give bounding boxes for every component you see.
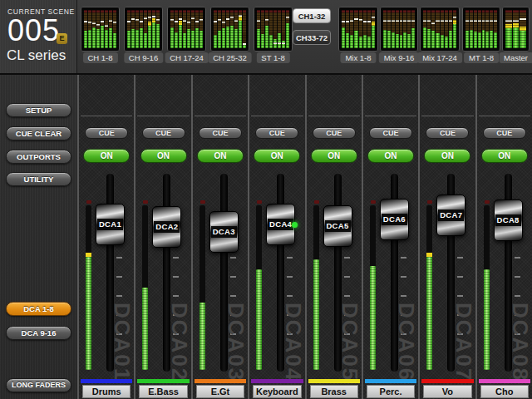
fader-position-dash: [88, 22, 91, 23]
on-button[interactable]: ON: [481, 149, 528, 163]
fader-knob[interactable]: DCA7: [436, 195, 466, 236]
strip-separator-line: [251, 116, 303, 116]
channel-name[interactable]: Perc.: [367, 385, 415, 398]
fader-position-dash: [396, 20, 399, 22]
meter-bar: [474, 10, 477, 48]
level-meter-fill: [426, 253, 432, 370]
meter-bar: [187, 10, 190, 48]
on-button[interactable]: ON: [367, 149, 414, 163]
fader-knob[interactable]: DCA2: [152, 206, 181, 248]
channel-strip-dca04: CUEONDCA04DCA4Keyboard: [248, 75, 304, 399]
cue-button[interactable]: CUE: [483, 127, 526, 139]
clip-indicator: [371, 200, 376, 204]
fader-knob[interactable]: DCA5: [323, 205, 352, 247]
level-meter-fill: [86, 253, 91, 370]
meter-bar: [453, 10, 456, 48]
sidebar-button-utility[interactable]: UTILITY: [6, 172, 71, 186]
channel-name[interactable]: E.Gt: [196, 385, 244, 398]
fader-scale-tick: [344, 276, 350, 278]
fader-position-dash: [466, 20, 469, 22]
meter-block-ch-9-16[interactable]: [124, 7, 163, 52]
meter-bar: [170, 10, 174, 48]
meter-bar: [350, 10, 353, 48]
fader-scale-tick: [344, 295, 350, 297]
fader-position-dash: [392, 20, 395, 22]
fader-position-dash: [490, 20, 493, 22]
on-button[interactable]: ON: [254, 149, 300, 163]
cue-button[interactable]: CUE: [142, 127, 185, 139]
cue-button[interactable]: CUE: [255, 127, 298, 139]
cue-button[interactable]: CUE: [369, 127, 412, 139]
channel-name[interactable]: Brass: [310, 385, 358, 398]
on-button[interactable]: ON: [424, 149, 470, 163]
selected-indicator-dot: [292, 222, 298, 228]
channel-color-bar: [308, 379, 360, 383]
channel-name[interactable]: Drums: [82, 385, 131, 398]
channel-name[interactable]: E.Bass: [139, 385, 187, 398]
channel-strip-dca06: CUEONDCA06DCA6Perc.: [362, 75, 418, 399]
meter-block-st-1-8[interactable]: [254, 7, 293, 52]
fader-knob[interactable]: DCA8: [494, 200, 523, 241]
bank-button-ch1-32[interactable]: CH1-32: [293, 8, 331, 23]
meter-block-mt-1-8[interactable]: [462, 7, 500, 52]
fader-position-dash: [152, 16, 155, 17]
meter-block-ch-25-32[interactable]: [210, 7, 249, 52]
meter-block-mix-17-24[interactable]: [420, 7, 460, 52]
sidebar-button-cue-clear[interactable]: CUE CLEAR: [6, 126, 71, 140]
meter-bar: [96, 10, 100, 48]
channel-strip-dca01: CUEONDCA01DCA1Drums: [77, 75, 134, 399]
sidebar-button-outports[interactable]: OUTPORTS: [6, 150, 71, 164]
level-meter: [370, 205, 376, 370]
fader-scale-tick: [173, 257, 179, 259]
on-button[interactable]: ON: [83, 149, 130, 163]
cue-button[interactable]: CUE: [313, 127, 356, 139]
channel-name[interactable]: Cho: [480, 385, 529, 398]
fader-scale-tick: [173, 295, 179, 297]
strip-separator-line: [365, 116, 416, 116]
fader-scale-tick: [457, 276, 463, 278]
fader-position-dash: [513, 20, 520, 22]
cue-button[interactable]: CUE: [199, 127, 242, 139]
level-meter: [426, 205, 432, 370]
channel-color-bar: [137, 379, 189, 383]
meter-block-mix-9-16[interactable]: [380, 7, 418, 52]
dca-bank-button-dca-9-16[interactable]: DCA 9-16: [6, 326, 71, 340]
fader-position-dash: [441, 20, 444, 22]
clip-indicator: [427, 200, 432, 204]
cue-button[interactable]: CUE: [426, 127, 469, 139]
meter-bar: [84, 10, 87, 48]
strip-separator-line: [421, 116, 473, 116]
fader-knob-label: DCA4: [268, 219, 293, 230]
meter-block-mix-1-8[interactable]: [338, 7, 378, 52]
fader-knob[interactable]: DCA4: [266, 204, 295, 245]
fader-knob[interactable]: DCA3: [209, 211, 239, 253]
sidebar-button-setup[interactable]: SETUP: [6, 103, 71, 117]
long-faders-button[interactable]: LONG FADERS: [6, 378, 71, 392]
level-meter-fill: [370, 266, 376, 370]
dca-bank-button-dca-1-8[interactable]: DCA 1-8: [6, 302, 71, 316]
fader-scale-tick: [116, 257, 122, 259]
fader-position-dash: [350, 20, 353, 22]
cue-button[interactable]: CUE: [85, 127, 128, 139]
channel-name[interactable]: Vo: [423, 385, 471, 398]
level-meter-fill: [256, 269, 262, 370]
channel-name[interactable]: Keyboard: [253, 385, 301, 398]
on-button[interactable]: ON: [140, 149, 187, 163]
meter-block-ch-17-24[interactable]: [167, 7, 206, 52]
fader-knob[interactable]: DCA1: [96, 204, 125, 245]
channel-color-bar: [479, 379, 530, 383]
on-button[interactable]: ON: [311, 149, 357, 163]
meter-bar: [239, 10, 242, 48]
meter-block-ch-1-8[interactable]: [81, 7, 120, 52]
meter-block-master[interactable]: [502, 7, 530, 52]
meter-bar: [222, 10, 225, 48]
scene-number: 005: [7, 13, 60, 48]
fader-scale-tick: [401, 295, 406, 297]
fader-position-dash: [449, 20, 452, 22]
fader-knob-label: DCA7: [438, 209, 464, 221]
on-button[interactable]: ON: [197, 149, 244, 163]
fader-knob[interactable]: DCA6: [380, 199, 409, 240]
meter-bar: [286, 10, 289, 48]
bank-button-ch33-72[interactable]: CH33-72: [293, 30, 331, 45]
fader-position-dash: [187, 22, 190, 23]
